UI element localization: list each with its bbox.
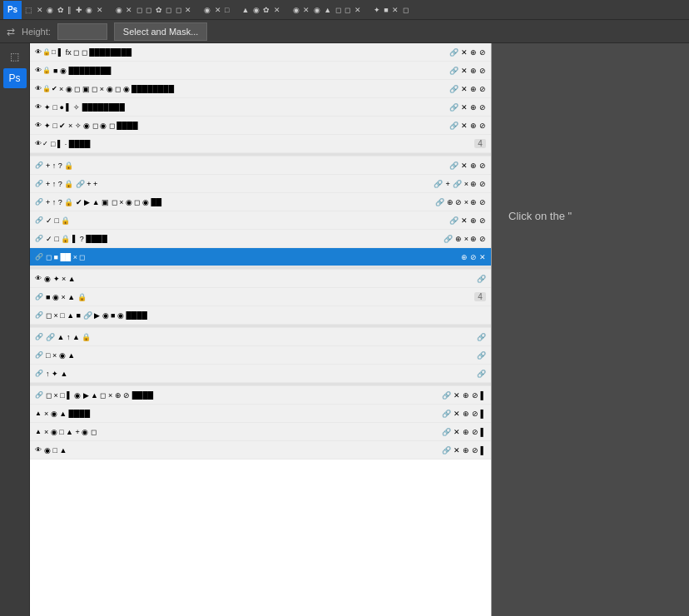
layer-icons: 🔗 ■ ◉ × ▲ 🔒 [35, 293, 474, 301]
layer-label: ✦ □ ● ▌ ✧ ████████ [44, 103, 125, 112]
layer-icons: 👁 ✓ □ ▌ · ████ [35, 140, 474, 148]
link-icon: 🔗 [35, 216, 43, 224]
link-icon: 🔗 [442, 428, 451, 436]
select-mask-button[interactable]: Select and Mask... [114, 22, 208, 41]
layer-label: ◉ □ ▲ [44, 446, 67, 455]
layer-right: 🔗 [477, 333, 486, 341]
layer-icons: 🔗 ◻ × □ ▌ ◉ ▶ ▲ ◻ × ⊕ ⊘ ████ [35, 391, 442, 400]
link-icon: 🔗 [35, 311, 43, 319]
eye-icon: 👁 [35, 122, 42, 129]
toolbar-tools: ⬚ ✕ ◉ ✿ ‖ ✚ ◉ ✕ ◉ ✕ ◻ ◻ ✿ ◻ ◻ ✕ ◉ ✕ □ ▲ … [25, 6, 409, 14]
menu-icon: ⊘ [479, 85, 486, 93]
layer-right: 🔗 ✕ ⊕ ⊘ [449, 67, 486, 75]
tool-button-2[interactable]: Ps [3, 68, 27, 88]
link-icon: 🔗 [35, 235, 43, 242]
layer-row[interactable]: ▲ × ◉ □ ▲ + ◉ ◻ 🔗 ✕ ⊕ ⊘ ▌ [30, 423, 491, 441]
layer-right: 🔗 [477, 370, 486, 378]
layer-icons: 🔗 ◻ ■ ██ × ◻ [35, 253, 461, 261]
add-icon: ⊕ [470, 85, 477, 93]
menu-icon: ⊘ ▌ [472, 446, 486, 455]
delete-icon: ✕ [461, 103, 468, 112]
add-icon: ⊕ [470, 216, 477, 225]
layer-label: ↑ ✦ ▲ [46, 370, 67, 378]
selected-layer-row[interactable]: 🔗 ◻ ■ ██ × ◻ ⊕ ⊘ ✕ [30, 248, 491, 266]
menu-icon: ⊘ [479, 122, 486, 130]
layer-right: 🔗 ✕ ⊕ ⊘ ▌ [442, 410, 486, 418]
delete-icon: ⊕ × ⊕ ⊘ [455, 235, 486, 243]
layer-right: 🔗 ✕ ⊕ ⊘ [449, 161, 486, 170]
layer-label: × ◉ ▲ ████ [44, 410, 90, 418]
left-panel: ⬚ Ps [0, 43, 30, 616]
add-icon: ⊕ [463, 428, 469, 436]
link-icon: 🔗 [449, 85, 459, 93]
layer-label: □ ▌ · ████ [51, 140, 90, 148]
layer-row[interactable]: 👁 🔒 □ ▌ fx ◻ ◻ ████████ 🔗 ✕ ⊕ ⊘ [30, 43, 491, 62]
menu-icon: ⊘ [479, 103, 486, 112]
layer-label: × ◉ □ ▲ + ◉ ◻ [44, 428, 97, 436]
second-toolbar: ⇄ Height: Select and Mask... [0, 20, 689, 43]
layer-row[interactable]: 👁 ◉ ✦ × ▲ 🔗 [30, 270, 491, 288]
menu-icon: ⊘ ▌ [472, 410, 486, 418]
height-label: Height: [22, 27, 51, 37]
delete-icon: ✕ [454, 410, 460, 418]
layer-row[interactable]: 👁 🔒 ■ ◉ ████████ 🔗 ✕ ⊕ ⊘ [30, 62, 491, 80]
layer-row[interactable]: 🔗 + ↑ ? 🔒 ✔ ▶ ▲ ▣ ◻ × ◉ ◻ ◉ ██ 🔗 ⊕ ⊘ × ⊕… [30, 193, 491, 211]
layer-row[interactable]: 👁 🔒 ✔ × ◉ ◻ ▣ ◻ × ◉ ◻ ◉ ████████ 🔗 ✕ ⊕ ⊘ [30, 80, 491, 98]
tool-button-1[interactable]: ⬚ [3, 47, 27, 67]
layer-row[interactable]: 🔗 + ↑ ? 🔒 🔗 ✕ ⊕ ⊘ [30, 156, 491, 175]
eye-icon: 👁 [35, 140, 42, 147]
main-content: ⬚ Ps 👁 🔒 □ ▌ fx ◻ ◻ ████████ 🔗 ✕ ⊕ ⊘ [0, 43, 689, 616]
link-icon: 🔗 [449, 48, 459, 57]
layer-right: ⊕ ⊘ ✕ [461, 253, 486, 261]
link-icon: 🔗 [449, 122, 459, 130]
layer-row[interactable]: 🔗 ■ ◉ × ▲ 🔒 4 [30, 288, 491, 306]
layer-row[interactable]: 🔗 □ × ◉ ▲ 🔗 [30, 346, 491, 365]
add-icon: ⊕ [470, 161, 477, 170]
layer-row[interactable]: 👁 ◉ □ ▲ 🔗 ✕ ⊕ ⊘ ▌ [30, 441, 491, 460]
click-hint-text: Click on the " [508, 210, 572, 222]
layers-list[interactable]: 👁 🔒 □ ▌ fx ◻ ◻ ████████ 🔗 ✕ ⊕ ⊘ 👁 🔒 ■ [30, 43, 491, 616]
height-input[interactable] [57, 23, 107, 40]
link-icon: 🔗 [477, 333, 486, 341]
eye-icon: 👁 [35, 48, 42, 56]
layer-icons: 🔗 + ↑ ? 🔒 ✔ ▶ ▲ ▣ ◻ × ◉ ◻ ◉ ██ [35, 198, 435, 206]
layer-right: 🔗 + 🔗 × ⊕ ⊘ [434, 180, 486, 188]
layer-icons: 👁 🔒 ■ ◉ ████████ [35, 67, 449, 75]
layer-label: ✓ □ 🔒 ▌ ? ████ [46, 235, 107, 243]
delete-icon: ✕ [479, 253, 486, 261]
delete-icon: ✕ [461, 122, 468, 130]
layer-icons: ▲ × ◉ □ ▲ + ◉ ◻ [35, 428, 442, 436]
link-icon: 🔗 [35, 391, 43, 399]
layer-row[interactable]: ▲ × ◉ ▲ ████ 🔗 ✕ ⊕ ⊘ ▌ [30, 405, 491, 423]
link-icon: 🔗 [35, 198, 43, 206]
layer-row[interactable]: 👁 ✦ □ ● ▌ ✧ ████████ 🔗 ✕ ⊕ ⊘ [30, 98, 491, 117]
layer-row[interactable]: 🔗 🔗 ▲ ↑ ▲ 🔒 🔗 [30, 328, 491, 346]
layer-row[interactable]: 👁 ✦ □ ✔ × ✧ ◉ ◻ ◉ ◻ ████ 🔗 ✕ ⊕ ⊘ [30, 117, 491, 135]
check-icon: ✓ [42, 140, 48, 147]
layer-row[interactable]: 🔗 ↑ ✦ ▲ 🔗 [30, 365, 491, 383]
layer-row[interactable]: 🔗 ◻ × □ ▲ ■ 🔗 ▶ ◉ ■ ◉ ████ [30, 306, 491, 325]
menu-icon: × ⊕ ⊘ [464, 180, 486, 188]
delete-icon: ⊕ ⊘ × ⊕ ⊘ [447, 198, 486, 206]
arrow-icon: ▲ [35, 410, 42, 417]
layer-right: 4 [474, 139, 486, 148]
layer-count-badge: 4 [474, 292, 486, 301]
add-icon: 🔗 [453, 180, 462, 188]
layer-count-badge: 4 [474, 139, 486, 148]
layer-right: 🔗 ✕ ⊕ ⊘ ▌ [442, 428, 486, 436]
link-icon: 🔗 [442, 391, 451, 400]
layer-row[interactable]: 🔗 ◻ × □ ▌ ◉ ▶ ▲ ◻ × ⊕ ⊘ ████ 🔗 ✕ ⊕ ⊘ ▌ [30, 386, 491, 405]
layer-label: ▌ fx ◻ ◻ ████████ [58, 48, 131, 57]
link-icon: 🔗 [444, 235, 453, 243]
link-icon: 🔗 [477, 370, 486, 378]
layer-label: ✦ □ ✔ × ✧ ◉ ◻ ◉ ◻ ████ [44, 122, 138, 130]
layer-row[interactable]: 🔗 ✓ □ 🔒 🔗 ✕ ⊕ ⊘ [30, 211, 491, 230]
layer-label: + ↑ ? 🔒 🔗 + + [46, 180, 97, 188]
layer-row[interactable]: 🔗 ✓ □ 🔒 ▌ ? ████ 🔗 ⊕ × ⊕ ⊘ [30, 230, 491, 248]
layer-row[interactable]: 👁 ✓ □ ▌ · ████ 4 [30, 135, 491, 153]
lock-icon: 🔒 [42, 67, 51, 74]
layer-icons: 🔗 □ × ◉ ▲ [35, 351, 477, 360]
check-icon: ✔ [52, 85, 57, 92]
layer-row[interactable]: 🔗 + ↑ ? 🔒 🔗 + + 🔗 + 🔗 × ⊕ ⊘ [30, 175, 491, 193]
link-icon: 🔗 [434, 180, 443, 188]
